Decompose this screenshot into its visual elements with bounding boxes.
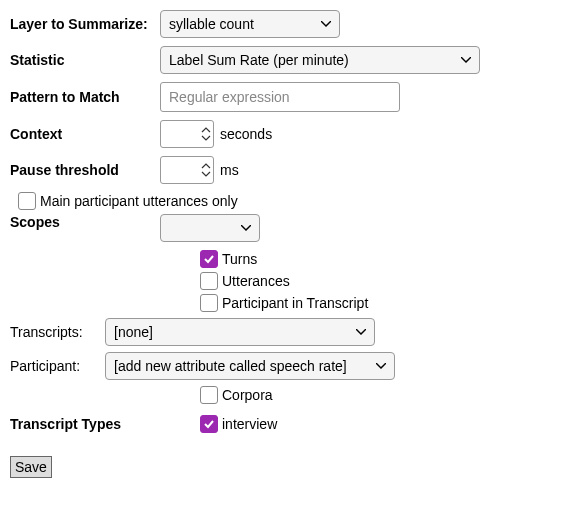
statistic-select[interactable]: Label Sum Rate (per minute) xyxy=(160,46,480,74)
participant-label: Participant: xyxy=(10,358,105,374)
main-only-checkbox[interactable] xyxy=(18,192,36,210)
scope-corpora-label: Corpora xyxy=(222,387,273,403)
scope-participant-in-transcript-label: Participant in Transcript xyxy=(222,295,368,311)
scope-corpora-checkbox[interactable] xyxy=(200,386,218,404)
scope-turns-checkbox[interactable] xyxy=(200,250,218,268)
transcripts-label: Transcripts: xyxy=(10,324,105,340)
pause-input[interactable] xyxy=(167,162,195,179)
spinner-arrows-icon[interactable] xyxy=(201,162,211,178)
participant-select[interactable]: [add new attribute called speech rate] xyxy=(105,352,395,380)
transcript-type-interview-label: interview xyxy=(222,416,277,432)
pattern-label: Pattern to Match xyxy=(10,89,160,105)
layer-select[interactable]: syllable count xyxy=(160,10,340,38)
pattern-input[interactable] xyxy=(160,82,400,112)
spinner-arrows-icon[interactable] xyxy=(201,126,211,142)
transcript-type-interview-checkbox[interactable] xyxy=(200,415,218,433)
transcripts-select[interactable]: [none] xyxy=(105,318,375,346)
scope-utterances-checkbox[interactable] xyxy=(200,272,218,290)
scope-participant-in-transcript-checkbox[interactable] xyxy=(200,294,218,312)
transcript-types-label: Transcript Types xyxy=(10,416,200,432)
scopes-select[interactable] xyxy=(160,214,260,242)
pause-unit: ms xyxy=(220,162,239,178)
context-label: Context xyxy=(10,126,160,142)
statistic-label: Statistic xyxy=(10,52,160,68)
context-spinner[interactable] xyxy=(160,120,214,148)
pause-label: Pause threshold xyxy=(10,162,160,178)
context-input[interactable] xyxy=(167,126,195,143)
save-button[interactable]: Save xyxy=(10,456,52,478)
scopes-label: Scopes xyxy=(10,214,160,230)
layer-label: Layer to Summarize: xyxy=(10,16,160,32)
context-unit: seconds xyxy=(220,126,272,142)
scope-turns-label: Turns xyxy=(222,251,257,267)
scope-utterances-label: Utterances xyxy=(222,273,290,289)
main-only-label: Main participant utterances only xyxy=(40,193,238,209)
pause-spinner[interactable] xyxy=(160,156,214,184)
